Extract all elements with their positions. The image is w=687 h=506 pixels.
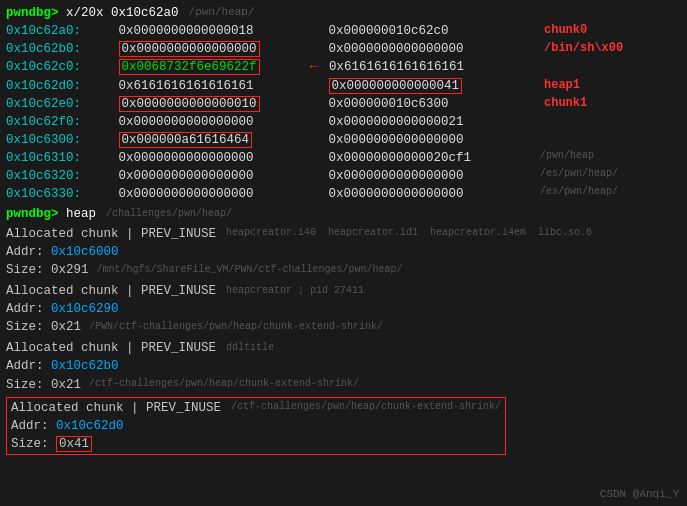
- box-val2-3: 0x000000000000041: [329, 78, 463, 94]
- annot-binsh: /bin/sh\x00: [544, 40, 623, 58]
- hex-addr-8: 0x10c6320:: [6, 167, 96, 185]
- heap-section-3: Allocated chunk | PREV_INUSE /ctf-challe…: [6, 397, 506, 455]
- hex-row-8: 0x10c6320: 0x0000000000000000 0x00000000…: [6, 167, 681, 185]
- hex-val1-4: 0x0000000000000010: [96, 95, 306, 113]
- prompt-2: pwndbg>: [6, 205, 59, 223]
- hex-val2-3: 0x000000000000041: [306, 77, 536, 95]
- box-val1-4: 0x0000000000000010: [119, 96, 260, 112]
- side-comment-8: /es/pwn/heap/: [540, 167, 618, 185]
- hex-val2-7: 0x00000000000020cf1: [306, 149, 536, 167]
- hex-val1-3: 0x6161616161616161: [96, 77, 306, 95]
- hex-addr-9: 0x10c6330:: [6, 185, 96, 203]
- side-comment-heap: /challenges/pwn/heap/: [106, 207, 232, 222]
- hex-row-9: 0x10c6330: 0x0000000000000000 0x00000000…: [6, 185, 681, 203]
- heap-addr-0: Addr: 0x10c6000: [6, 243, 681, 261]
- hex-val1-5: 0x0000000000000000: [96, 113, 306, 131]
- heap-header-2: Allocated chunk | PREV_INUSE ddltitle: [6, 339, 681, 357]
- side-comment-9: /es/pwn/heap/: [540, 185, 618, 203]
- terminal: pwndbg> x/20x 0x10c62a0 /pwn/heap/ 0x10c…: [0, 0, 687, 506]
- annot-chunk0: chunk0: [544, 22, 587, 40]
- hex-val2-4: 0x000000010c6300: [306, 95, 536, 113]
- heap-header-0: Allocated chunk | PREV_INUSE heapcreator…: [6, 225, 681, 243]
- hex-val1-7: 0x0000000000000000: [96, 149, 306, 167]
- annot-chunk1: chunk1: [544, 95, 587, 113]
- heap-size-2: Size: 0x21 /ctf-challenges/pwn/heap/chun…: [6, 376, 681, 394]
- hex-val1-8: 0x0000000000000000: [96, 167, 306, 185]
- hex-row-2: 0x10c62c0: 0x0068732f6e69622f ← 0x616161…: [6, 58, 681, 76]
- heap-addr-3: Addr: 0x10c62d0: [11, 417, 501, 435]
- heap-size-1: Size: 0x21 /PWN/ctf-challenges/pwn/heap/…: [6, 318, 681, 336]
- heap-addr-2: Addr: 0x10c62b0: [6, 357, 681, 375]
- hex-addr-7: 0x10c6310:: [6, 149, 96, 167]
- hex-row-5: 0x10c62f0: 0x0000000000000000 0x00000000…: [6, 113, 681, 131]
- hex-val1-9: 0x0000000000000000: [96, 185, 306, 203]
- size-box: 0x41: [56, 436, 92, 452]
- hex-val1-0: 0x0000000000000018: [96, 22, 306, 40]
- hex-addr-5: 0x10c62f0:: [6, 113, 96, 131]
- heap-addr-1: Addr: 0x10c6290: [6, 300, 681, 318]
- side-comment-0: /pwn/heap/: [189, 5, 255, 21]
- hex-row-6: 0x10c6300: 0x000000a61616464 0x000000000…: [6, 131, 681, 149]
- box-val1-6: 0x000000a61616464: [119, 132, 253, 148]
- hex-val2-8: 0x0000000000000000: [306, 167, 536, 185]
- hex-val2-9: 0x0000000000000000: [306, 185, 536, 203]
- hex-addr-3: 0x10c62d0:: [6, 77, 96, 95]
- heap-size-3: Size: 0x41: [11, 435, 501, 453]
- annot-heap1: heap1: [544, 77, 580, 95]
- hex-row-3: 0x10c62d0: 0x6161616161616161 0x00000000…: [6, 77, 681, 95]
- hex-addr-6: 0x10c6300:: [6, 131, 96, 149]
- hex-addr-0: 0x10c62a0:: [6, 22, 96, 40]
- hex-addr-2: 0x10c62c0:: [6, 58, 96, 76]
- hex-val2-5: 0x0000000000000021: [306, 113, 536, 131]
- box-val1-2: 0x0068732f6e69622f: [119, 59, 260, 75]
- heap-section-0: Allocated chunk | PREV_INUSE heapcreator…: [6, 225, 681, 279]
- arrow-icon: ←: [310, 58, 318, 76]
- hex-val2-6: 0x0000000000000000: [306, 131, 536, 149]
- prompt-1: pwndbg>: [6, 4, 59, 22]
- heap-header-1: Allocated chunk | PREV_INUSE heapcreator…: [6, 282, 681, 300]
- hex-row-1: 0x10c62b0: 0x0000000000000000 0x00000000…: [6, 40, 681, 58]
- hex-val1-6: 0x000000a61616464: [96, 131, 306, 149]
- hex-val1-1: 0x0000000000000000: [96, 40, 306, 58]
- cmd-1: x/20x 0x10c62a0: [59, 4, 179, 22]
- heap-section-1: Allocated chunk | PREV_INUSE heapcreator…: [6, 282, 681, 336]
- hex-val1-2: 0x0068732f6e69622f: [96, 58, 306, 76]
- hex-addr-1: 0x10c62b0:: [6, 40, 96, 58]
- side-comment-7: /pwn/heap: [540, 149, 594, 167]
- hex-row-7: 0x10c6310: 0x0000000000000000 0x00000000…: [6, 149, 681, 167]
- hex-val2-2: 0x6161616161616161: [322, 58, 552, 76]
- watermark: CSDN @Anqi_Y: [600, 488, 679, 500]
- heap-section-2: Allocated chunk | PREV_INUSE ddltitle Ad…: [6, 339, 681, 393]
- box-val1-1: 0x0000000000000000: [119, 41, 260, 57]
- hex-row-4: 0x10c62e0: 0x0000000000000010 0x00000001…: [6, 95, 681, 113]
- heap-size-0: Size: 0x291 /mnt/hgfs/ShareFile_VM/PWN/c…: [6, 261, 681, 279]
- hex-val2-1: 0x0000000000000000: [306, 40, 536, 58]
- hex-row-0: 0x10c62a0: 0x0000000000000018 0x00000001…: [6, 22, 681, 40]
- heap-header-3: Allocated chunk | PREV_INUSE /ctf-challe…: [11, 399, 501, 417]
- cmd-2: heap: [59, 205, 97, 223]
- hex-addr-4: 0x10c62e0:: [6, 95, 96, 113]
- hex-val2-0: 0x000000010c62c0: [306, 22, 536, 40]
- command-line-1: pwndbg> x/20x 0x10c62a0 /pwn/heap/: [6, 4, 681, 22]
- command-line-2: pwndbg> heap /challenges/pwn/heap/: [6, 205, 681, 223]
